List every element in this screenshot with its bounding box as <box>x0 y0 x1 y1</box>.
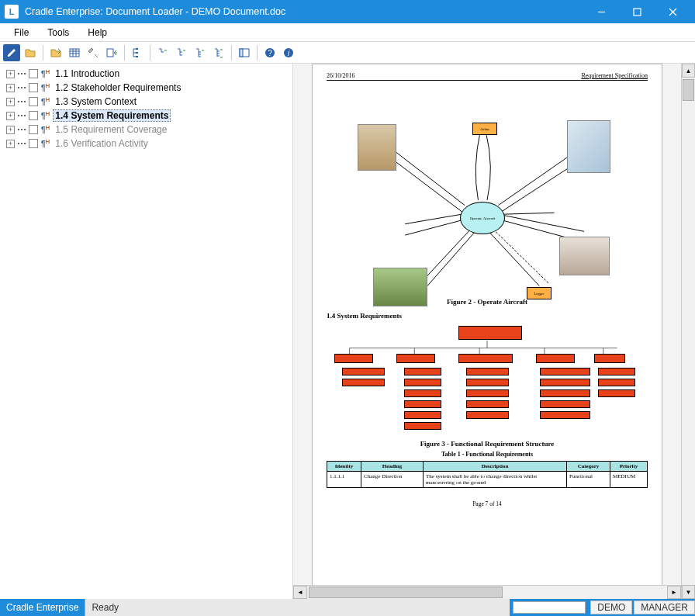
svg-rect-4 <box>136 52 138 54</box>
table-row: 1.1.1.1 Change Direction The system shal… <box>327 472 648 488</box>
tree-item-label: 1.6 Verification Activity <box>53 137 150 150</box>
document-page: 26/10/2016 Requirement Specification <box>312 64 662 585</box>
tree-item-label: 1.4 System Requirements <box>53 109 171 122</box>
window-title: Cradle Enterprise: Document Loader - DEM… <box>25 6 583 17</box>
app-icon: L <box>5 5 19 19</box>
actor-image-tower <box>567 120 610 173</box>
para-icon: ¶H <box>40 124 50 134</box>
tree-icon[interactable] <box>129 44 146 61</box>
svg-rect-3 <box>136 48 138 50</box>
minimize-button[interactable] <box>583 0 619 23</box>
status-empty-field <box>513 601 586 614</box>
open-folder-icon[interactable] <box>47 44 64 61</box>
checkbox[interactable] <box>29 111 38 120</box>
toolbar: ? i <box>0 42 695 64</box>
svg-rect-1 <box>70 49 79 57</box>
info-icon[interactable]: i <box>280 44 297 61</box>
process-oval: Operate Aircraft <box>460 202 505 234</box>
maximize-button[interactable] <box>619 0 655 23</box>
connector: ⋯ <box>17 124 26 135</box>
checkbox[interactable] <box>29 125 38 134</box>
hscroll-thumb[interactable] <box>309 587 503 598</box>
expand-icon[interactable]: + <box>6 112 15 120</box>
help-icon[interactable]: ? <box>261 44 278 61</box>
tree-item-coverage[interactable]: +⋯ ¶H 1.5 Requirement Coverage <box>2 123 291 137</box>
checkbox[interactable] <box>29 139 38 148</box>
svg-rect-2 <box>107 49 113 57</box>
menu-help[interactable]: Help <box>78 25 116 40</box>
page-viewport[interactable]: 26/10/2016 Requirement Specification <box>293 64 681 585</box>
actor-image-maint <box>373 268 427 306</box>
checkbox[interactable] <box>29 83 38 92</box>
tree-item-verification[interactable]: +⋯ ¶H 1.6 Verification Activity <box>2 137 291 151</box>
td-category: Functional <box>567 472 610 488</box>
para-icon: ¶H <box>40 68 50 78</box>
doc-header-right: Requirement Specification <box>581 72 648 79</box>
doc-date: 26/10/2016 <box>327 72 354 79</box>
close-button[interactable] <box>655 0 690 23</box>
actor-image-checkin <box>358 124 396 171</box>
tree-item-context[interactable]: +⋯ ¶H 1.3 System Context <box>2 95 291 109</box>
tree-item-stakeholder[interactable]: +⋯ ¶H 1.2 Stakeholder Requirements <box>2 81 291 95</box>
td-description: The system shall be able to change direc… <box>424 472 567 488</box>
scroll-right-icon[interactable]: ► <box>667 586 681 599</box>
requirements-table: Identity Heading Description Category Pr… <box>327 461 648 488</box>
table-header-row: Identity Heading Description Category Pr… <box>327 462 648 472</box>
figure3-caption: Figure 3 - Functional Requirement Struct… <box>327 440 648 448</box>
separator <box>257 45 258 61</box>
vscroll-thumb[interactable] <box>683 79 694 101</box>
expand-icon[interactable]: + <box>6 98 15 106</box>
page-number: Page 7 of 14 <box>327 500 648 507</box>
checkbox[interactable] <box>29 69 38 78</box>
scroll-down-icon[interactable]: ▼ <box>682 585 695 599</box>
actor-box-logger: Logger <box>527 287 552 299</box>
outline3-icon[interactable] <box>192 44 209 61</box>
para-icon: ¶H <box>40 110 50 120</box>
checkbox[interactable] <box>29 97 38 106</box>
status-bar: Cradle Enterprise Ready DEMO MANAGER <box>0 599 695 616</box>
scroll-up-icon[interactable]: ▲ <box>682 64 695 78</box>
connector: ⋯ <box>17 96 26 107</box>
menubar: File Tools Help <box>0 23 695 42</box>
edit-icon[interactable] <box>3 44 20 61</box>
outline2-icon[interactable] <box>173 44 190 61</box>
tools-icon[interactable] <box>85 44 102 61</box>
status-ready: Ready <box>85 599 510 616</box>
panel-icon[interactable] <box>236 44 253 61</box>
document-preview: 26/10/2016 Requirement Specification <box>293 64 695 599</box>
th-category: Category <box>567 462 610 472</box>
tree-item-introduction[interactable]: +⋯ ¶H 1.1 Introduction <box>2 67 291 81</box>
td-heading: Change Direction <box>361 472 424 488</box>
th-identity: Identity <box>327 462 361 472</box>
separator <box>43 45 43 61</box>
horizontal-scrollbar[interactable]: ◄ ► <box>293 585 681 599</box>
scroll-left-icon[interactable]: ◄ <box>293 586 307 599</box>
vertical-scrollbar[interactable]: ▲ ▼ <box>681 64 695 599</box>
expand-icon[interactable]: + <box>6 70 15 78</box>
status-demo-button[interactable]: DEMO <box>590 600 632 614</box>
expand-icon[interactable]: + <box>6 140 15 148</box>
outline1-icon[interactable] <box>154 44 171 61</box>
import-icon[interactable] <box>103 44 120 61</box>
td-priority: MEDIUM <box>610 472 648 488</box>
status-manager-button[interactable]: MANAGER <box>634 600 695 614</box>
menu-tools[interactable]: Tools <box>38 25 78 40</box>
folder-icon[interactable] <box>22 44 39 61</box>
para-icon: ¶H <box>40 82 50 92</box>
tree-item-system-req[interactable]: +⋯ ¶H 1.4 System Requirements <box>2 109 291 123</box>
connector: ⋯ <box>17 82 26 93</box>
expand-icon[interactable]: + <box>6 126 15 134</box>
separator <box>231 45 232 61</box>
para-icon: ¶H <box>40 96 50 106</box>
expand-icon[interactable]: + <box>6 84 15 92</box>
menu-file[interactable]: File <box>5 25 38 40</box>
svg-rect-0 <box>634 9 641 16</box>
grid-icon[interactable] <box>66 44 83 61</box>
outline4-icon[interactable] <box>210 44 227 61</box>
context-diagram: Airline Logger Operate Aircraft <box>327 101 648 295</box>
tree-item-label: 1.3 System Context <box>53 95 139 108</box>
main: +⋯ ¶H 1.1 Introduction +⋯ ¶H 1.2 Stakeho… <box>0 64 695 599</box>
para-icon: ¶H <box>40 138 50 148</box>
actor-box-airline: Airline <box>472 123 497 135</box>
outline-tree[interactable]: +⋯ ¶H 1.1 Introduction +⋯ ¶H 1.2 Stakeho… <box>0 64 293 599</box>
